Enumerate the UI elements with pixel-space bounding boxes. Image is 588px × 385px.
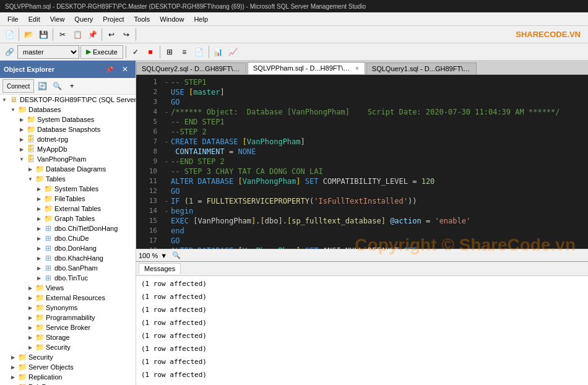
menu-item-tools[interactable]: Tools	[129, 14, 155, 24]
tree-item-22[interactable]: ▶ 📁 Programmability	[0, 313, 136, 322]
connect-button[interactable]: Connect	[2, 79, 34, 93]
expander-29[interactable]: ▶	[9, 383, 17, 385]
tree-item-26[interactable]: ▶ 📁 Security	[0, 352, 136, 362]
menu-item-window[interactable]: Window	[155, 14, 189, 24]
results-grid-btn[interactable]: ⊞	[163, 45, 176, 59]
menu-item-edit[interactable]: Edit	[24, 14, 45, 24]
expander-5[interactable]: ▶	[17, 145, 26, 154]
tree-item-0[interactable]: ▼ 🖥 DESKTOP-RGH89FT\PC (SQL Server 1	[0, 95, 136, 105]
expander-17[interactable]: ▶	[35, 264, 43, 272]
new-button[interactable]: 📄	[2, 28, 16, 41]
tab-close-1[interactable]: ×	[355, 65, 360, 72]
messages-tab[interactable]: Messages	[139, 263, 181, 274]
tree-item-5[interactable]: ▶ 🗄 MyAppDb	[0, 144, 136, 154]
tree-item-8[interactable]: ▼ 📁 Tables	[0, 174, 136, 184]
tree-item-20[interactable]: ▶ 📁 External Resources	[0, 293, 136, 303]
tree-item-16[interactable]: ▶ ⊞ dbo.KhachHang	[0, 253, 136, 263]
toolbar2: 🔗 master ▶ Execute ✓ ■ ⊞ ≡ 📄 📊 📈	[0, 43, 588, 61]
expander-1[interactable]: ▼	[9, 105, 17, 114]
menu-item-query[interactable]: Query	[69, 14, 98, 24]
tree-item-11[interactable]: ▶ 📁 External Tables	[0, 204, 136, 214]
tree-item-2[interactable]: ▶ 📁 System Databases	[0, 115, 136, 124]
tree-item-19[interactable]: ▶ 📁 Views	[0, 283, 136, 293]
tab-1[interactable]: SQLVPPham.sql - D...H89FT\hoang (69)×	[248, 62, 365, 74]
undo-button[interactable]: ↩	[105, 28, 118, 41]
open-button[interactable]: 📂	[22, 28, 35, 41]
save-button[interactable]: 💾	[37, 28, 50, 41]
tree-item-1[interactable]: ▼ 📁 Databases	[0, 105, 136, 115]
expander-27[interactable]: ▶	[9, 363, 17, 371]
expander-19[interactable]: ▶	[26, 283, 35, 292]
menu-item-file[interactable]: File	[2, 14, 24, 24]
tree-item-28[interactable]: ▶ 📁 Replication	[0, 372, 136, 382]
tree-item-3[interactable]: ▶ 📁 Database Snapshots	[0, 124, 136, 134]
sql-editor[interactable]: 1 - -- STEP1 2 USE [master] 3 GO 4 - /**…	[136, 75, 588, 249]
tree-item-15[interactable]: ▶ ⊞ dbo.DonHang	[0, 243, 136, 253]
tree-item-24[interactable]: ▶ 📁 Storage	[0, 332, 136, 342]
expander-16[interactable]: ▶	[35, 254, 43, 262]
tree-item-17[interactable]: ▶ ⊞ dbo.SanPham	[0, 263, 136, 273]
connect-btn[interactable]: 🔗	[2, 45, 16, 59]
include-plan-btn[interactable]: 📊	[212, 45, 225, 59]
tree-item-18[interactable]: ▶ ⊞ dbo.TinTuc	[0, 273, 136, 283]
tree-item-7[interactable]: ▶ 📁 Database Diagrams	[0, 164, 136, 174]
tree-item-14[interactable]: ▶ ⊞ dbo.ChuDe	[0, 233, 136, 243]
expander-10[interactable]: ▶	[35, 194, 43, 203]
expander-24[interactable]: ▶	[26, 333, 35, 342]
expander-11[interactable]: ▶	[35, 204, 43, 213]
expander-4[interactable]: ▶	[17, 135, 26, 144]
stop-button[interactable]: ■	[144, 45, 157, 59]
expander-8[interactable]: ▼	[26, 175, 35, 183]
expander-13[interactable]: ▶	[35, 224, 43, 233]
oe-close-btn[interactable]: ✕	[118, 63, 132, 76]
menu-item-help[interactable]: Help	[189, 14, 213, 24]
oe-pin-btn[interactable]: 📌	[103, 63, 116, 76]
paste-button[interactable]: 📌	[85, 28, 99, 41]
expander-18[interactable]: ▶	[35, 274, 43, 282]
redo-button[interactable]: ↪	[119, 28, 133, 41]
tab-0[interactable]: SQLQuery2.sql - D...GH89FT\hoang (59)	[136, 63, 246, 74]
copy-button[interactable]: 📋	[71, 28, 84, 41]
tree-item-13[interactable]: ▶ ⊞ dbo.ChiTietDonHang	[0, 223, 136, 233]
expander-2[interactable]: ▶	[17, 115, 26, 124]
expander-25[interactable]: ▶	[26, 343, 35, 352]
tree-item-25[interactable]: ▶ 📁 Security	[0, 342, 136, 352]
execute-button[interactable]: ▶ Execute	[80, 45, 123, 59]
expander-9[interactable]: ▶	[35, 184, 43, 193]
results-file-btn[interactable]: 📄	[192, 45, 206, 59]
results-text-btn[interactable]: ≡	[178, 45, 191, 59]
tree-item-21[interactable]: ▶ 📁 Synonyms	[0, 303, 136, 313]
include-stats-btn[interactable]: 📈	[227, 45, 240, 59]
expander-28[interactable]: ▶	[9, 373, 17, 381]
parse-button[interactable]: ✓	[129, 45, 142, 59]
tree-item-12[interactable]: ▶ 📁 Graph Tables	[0, 214, 136, 223]
expander-0[interactable]: ▼	[0, 95, 9, 104]
tree-item-27[interactable]: ▶ 📁 Server Objects	[0, 362, 136, 372]
expander-6[interactable]: ▼	[17, 155, 26, 163]
expander-7[interactable]: ▶	[26, 165, 35, 173]
cut-button[interactable]: ✂	[56, 28, 69, 41]
tree-item-6[interactable]: ▼ 🗄 VanPhongPham	[0, 154, 136, 164]
menu-item-view[interactable]: View	[45, 14, 70, 24]
expander-21[interactable]: ▶	[26, 303, 35, 312]
zoom-mode: 🔍	[172, 251, 181, 259]
tree-item-10[interactable]: ▶ 📁 FileTables	[0, 194, 136, 204]
expander-14[interactable]: ▶	[35, 234, 43, 243]
expander-3[interactable]: ▶	[17, 125, 26, 134]
expander-23[interactable]: ▶	[26, 323, 35, 332]
tree-item-9[interactable]: ▶ 📁 System Tables	[0, 184, 136, 194]
database-selector[interactable]: master	[17, 45, 79, 59]
tab-2[interactable]: SQLQuery1.sql - D...GH89FT\hoang (68)	[366, 63, 477, 74]
tree-item-4[interactable]: ▶ 🗄 dotnet-rpg	[0, 134, 136, 144]
tree-item-23[interactable]: ▶ 📁 Service Broker	[0, 322, 136, 332]
expander-15[interactable]: ▶	[35, 244, 43, 253]
oe-filter-btn[interactable]: 🔍	[50, 79, 64, 93]
oe-refresh-btn[interactable]: 🔄	[35, 79, 49, 93]
expander-26[interactable]: ▶	[9, 353, 17, 361]
oe-new-btn[interactable]: +	[65, 79, 79, 93]
tree-item-29[interactable]: ▶ 📁 PolyBase	[0, 382, 136, 385]
expander-22[interactable]: ▶	[26, 313, 35, 322]
expander-20[interactable]: ▶	[26, 293, 35, 302]
expander-12[interactable]: ▶	[35, 214, 43, 223]
menu-item-project[interactable]: Project	[98, 14, 129, 24]
